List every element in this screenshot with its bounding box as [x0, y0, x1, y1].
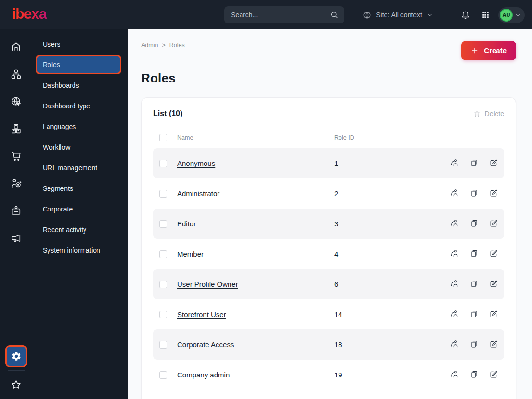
- icon-rail: [0, 29, 32, 399]
- menu-item-users[interactable]: Users: [32, 34, 128, 54]
- notifications-button[interactable]: [459, 8, 472, 22]
- row-checkbox[interactable]: [159, 311, 167, 318]
- copy-button[interactable]: [470, 249, 479, 259]
- role-name-link[interactable]: Corporate Access: [177, 340, 234, 349]
- site-context-label: Site: All context: [376, 11, 422, 19]
- menu-item-corporate[interactable]: Corporate: [32, 199, 128, 219]
- menu-item-dashboard-type[interactable]: Dashboard type: [32, 95, 128, 116]
- rail-item-admin-settings[interactable]: [5, 345, 27, 367]
- ibexa-logo[interactable]: ibexa: [12, 6, 47, 24]
- menu-item-system-information[interactable]: System information: [32, 240, 128, 260]
- search-input[interactable]: [231, 11, 326, 19]
- global-search[interactable]: [224, 6, 344, 23]
- assign-users-button[interactable]: [450, 188, 459, 199]
- menu-item-recent-activity[interactable]: Recent activity: [32, 219, 128, 240]
- table-row: Administrator 2: [153, 178, 504, 209]
- copy-button[interactable]: [470, 340, 479, 350]
- row-checkbox[interactable]: [159, 281, 167, 288]
- role-name-link[interactable]: Anonymous: [177, 159, 215, 167]
- copy-button[interactable]: [470, 370, 479, 380]
- edit-button[interactable]: [489, 279, 498, 290]
- edit-button[interactable]: [489, 249, 498, 259]
- row-actions: [442, 370, 504, 380]
- role-id-value: 3: [334, 220, 442, 228]
- edit-button[interactable]: [489, 340, 498, 350]
- select-all-checkbox[interactable]: [159, 134, 167, 141]
- menu-item-workflow[interactable]: Workflow: [32, 137, 128, 157]
- create-button[interactable]: Create: [461, 41, 516, 60]
- assign-users-button[interactable]: [450, 279, 459, 290]
- copy-icon: [470, 188, 479, 198]
- main-content: Admin > Roles Create Roles List (10): [128, 29, 532, 399]
- column-header-name: Name: [177, 134, 334, 141]
- assign-users-button[interactable]: [450, 340, 459, 350]
- site-context-dropdown[interactable]: Site: All context: [363, 11, 433, 20]
- rail-item-bookmarks[interactable]: [0, 374, 32, 396]
- rail-item-personalization[interactable]: [0, 170, 32, 197]
- user-menu[interactable]: AU: [498, 7, 525, 23]
- rail-item-corporate[interactable]: [0, 197, 32, 224]
- edit-button[interactable]: [489, 309, 498, 320]
- role-name-link[interactable]: User Profile Owner: [177, 280, 238, 288]
- rail-divider: [8, 342, 25, 342]
- assign-user-icon: [450, 279, 459, 288]
- copy-button[interactable]: [470, 279, 479, 290]
- role-name-link[interactable]: Company admin: [177, 371, 230, 379]
- assign-users-button[interactable]: [450, 219, 459, 229]
- home-icon: [10, 41, 22, 53]
- column-header-role-id: Role ID: [334, 134, 442, 141]
- avatar: AU: [500, 9, 513, 22]
- search-icon[interactable]: [330, 11, 339, 19]
- rail-item-commerce[interactable]: [0, 142, 32, 170]
- rail-item-dashboard[interactable]: [0, 33, 32, 60]
- row-checkbox[interactable]: [159, 341, 167, 349]
- role-id-value: 2: [334, 189, 442, 198]
- role-name-link[interactable]: Administrator: [177, 189, 219, 198]
- rail-item-content[interactable]: [0, 60, 32, 88]
- copy-button[interactable]: [470, 188, 479, 199]
- menu-item-languages[interactable]: Languages: [32, 116, 128, 137]
- menu-item-dashboards[interactable]: Dashboards: [32, 75, 128, 95]
- assign-user-icon: [450, 158, 459, 167]
- row-checkbox[interactable]: [159, 250, 167, 258]
- app-switcher-button[interactable]: [479, 9, 492, 21]
- rail-item-campaigns[interactable]: [0, 224, 32, 252]
- breadcrumb-admin[interactable]: Admin: [141, 42, 158, 48]
- role-name-link[interactable]: Member: [177, 250, 204, 258]
- chevron-down-icon: [515, 12, 521, 18]
- row-checkbox[interactable]: [159, 160, 167, 167]
- row-checkbox[interactable]: [159, 371, 167, 379]
- menu-item-segments[interactable]: Segments: [32, 178, 128, 199]
- edit-button[interactable]: [489, 158, 498, 169]
- role-name-link[interactable]: Storefront User: [177, 310, 226, 318]
- delete-button[interactable]: Delete: [473, 110, 504, 118]
- assign-users-button[interactable]: [450, 309, 459, 320]
- edit-button[interactable]: [489, 370, 498, 380]
- trash-icon: [473, 110, 481, 118]
- edit-button[interactable]: [489, 188, 498, 199]
- rail-item-site[interactable]: [0, 88, 32, 115]
- edit-button[interactable]: [489, 219, 498, 229]
- menu-item-url-management[interactable]: URL management: [32, 157, 128, 178]
- table-row: Editor 3: [153, 209, 504, 239]
- rail-divider: [8, 370, 25, 371]
- copy-button[interactable]: [470, 158, 479, 169]
- edit-icon: [489, 219, 498, 228]
- breadcrumb-separator: >: [162, 42, 165, 48]
- assign-users-button[interactable]: [450, 370, 459, 380]
- row-checkbox[interactable]: [159, 190, 167, 198]
- corporate-badge-icon: [10, 205, 22, 217]
- copy-icon: [470, 370, 479, 379]
- assign-users-button[interactable]: [450, 249, 459, 259]
- copy-button[interactable]: [470, 219, 479, 229]
- copy-button[interactable]: [470, 309, 479, 320]
- menu-item-roles[interactable]: Roles: [36, 55, 121, 74]
- table-row: Anonymous 1: [153, 148, 504, 178]
- copy-icon: [470, 219, 479, 228]
- rail-item-product-catalog[interactable]: [0, 115, 32, 142]
- copy-icon: [470, 340, 479, 349]
- assign-users-button[interactable]: [450, 158, 459, 169]
- row-checkbox[interactable]: [159, 220, 167, 228]
- edit-icon: [489, 309, 498, 318]
- role-name-link[interactable]: Editor: [177, 220, 196, 228]
